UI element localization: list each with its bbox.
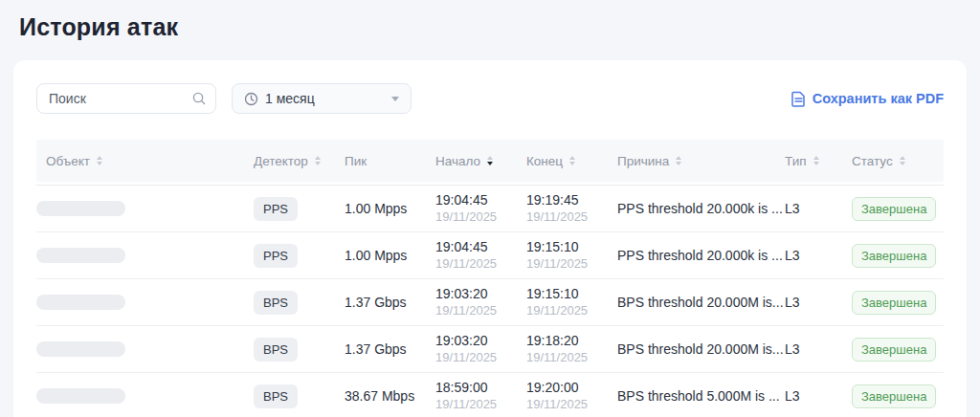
- detector-cell: PPS: [254, 244, 345, 268]
- start-cell: 19:03:20 19/11/2025: [435, 286, 526, 318]
- end-date: 19/11/2025: [526, 396, 617, 412]
- end-date: 19/11/2025: [526, 349, 617, 365]
- status-cell: Завершена: [852, 291, 944, 315]
- object-placeholder: [36, 201, 125, 216]
- toolbar: 1 месяц Сохранить как PDF: [36, 83, 944, 114]
- search-input[interactable]: [36, 83, 216, 114]
- page: История атак 1 меся: [0, 0, 980, 417]
- status-badge: Завершена: [852, 291, 936, 315]
- reason-text: BPS threshold 20.000M is...: [617, 341, 785, 357]
- column-header-peak: Пик: [345, 154, 435, 168]
- end-time: 19:15:10: [526, 239, 617, 255]
- table-row[interactable]: PPS 1.00 Mpps 19:04:45 19/11/2025 19:19:…: [36, 185, 944, 231]
- column-header-object[interactable]: Объект: [36, 154, 254, 168]
- object-placeholder: [36, 295, 125, 310]
- type-value: L3: [785, 248, 852, 263]
- end-time: 19:20:00: [526, 380, 617, 396]
- end-time: 19:18:20: [526, 333, 617, 349]
- object-cell: [36, 341, 254, 357]
- end-cell: 19:15:10 19/11/2025: [526, 239, 617, 272]
- start-time: 19:04:45: [435, 239, 526, 255]
- end-time: 19:15:10: [526, 286, 617, 302]
- start-date: 19/11/2025: [435, 255, 526, 272]
- sort-icon: [97, 156, 102, 165]
- status-badge: Завершена: [852, 197, 936, 221]
- column-header-label: Статус: [852, 154, 893, 168]
- detector-badge: PPS: [254, 197, 298, 221]
- reason-text: PPS threshold 20.000k is ...: [617, 201, 785, 216]
- start-date: 19/11/2025: [435, 302, 526, 318]
- reason-text: BPS threshold 5.000M is ...: [617, 388, 785, 404]
- column-header-label: Тип: [785, 154, 807, 168]
- reason-text: BPS threshold 20.000M is...: [617, 295, 785, 310]
- object-placeholder: [36, 341, 125, 357]
- start-date: 19/11/2025: [435, 208, 526, 225]
- detector-cell: BPS: [254, 338, 345, 362]
- period-select-value: 1 месяц: [265, 91, 315, 106]
- sort-icon: [676, 156, 681, 165]
- column-header-status[interactable]: Статус: [852, 154, 944, 168]
- end-date: 19/11/2025: [526, 255, 617, 272]
- peak-value: 38.67 Mbps: [345, 388, 435, 404]
- search-icon: [191, 91, 207, 106]
- peak-value: 1.37 Gbps: [345, 341, 435, 357]
- sort-icon: [900, 156, 905, 165]
- column-header-detector[interactable]: Детектор: [254, 154, 345, 168]
- status-cell: Завершена: [852, 338, 944, 362]
- start-time: 19:03:20: [435, 333, 526, 349]
- column-header-label: Детектор: [254, 154, 308, 168]
- object-cell: [36, 388, 254, 404]
- sort-icon: [813, 156, 819, 165]
- detector-cell: PPS: [254, 197, 345, 221]
- period-select[interactable]: 1 месяц: [232, 83, 412, 114]
- start-cell: 19:04:45 19/11/2025: [435, 192, 526, 225]
- peak-value: 1.37 Gbps: [345, 295, 435, 310]
- status-badge: Завершена: [852, 384, 936, 408]
- type-value: L3: [785, 295, 852, 310]
- detector-badge: BPS: [254, 384, 298, 408]
- end-cell: 19:20:00 19/11/2025: [526, 380, 617, 412]
- end-cell: 19:18:20 19/11/2025: [526, 333, 617, 365]
- status-cell: Завершена: [852, 384, 944, 408]
- chevron-down-icon: [391, 97, 399, 101]
- sort-icon: [315, 156, 321, 165]
- search-box: [36, 83, 216, 114]
- table-row[interactable]: PPS 1.00 Mpps 19:04:45 19/11/2025 19:15:…: [36, 231, 944, 278]
- table-row[interactable]: BPS 1.37 Gbps 19:03:20 19/11/2025 19:18:…: [36, 325, 944, 372]
- table-row[interactable]: BPS 38.67 Mbps 18:59:00 19/11/2025 19:20…: [36, 372, 944, 417]
- column-header-start[interactable]: Начало: [435, 154, 526, 168]
- detector-badge: BPS: [254, 338, 298, 362]
- attack-history-card: 1 месяц Сохранить как PDF Объект Дет: [13, 60, 967, 417]
- status-cell: Завершена: [852, 244, 944, 268]
- start-cell: 18:59:00 19/11/2025: [435, 380, 526, 412]
- column-header-end[interactable]: Конец: [526, 154, 617, 168]
- end-cell: 19:19:45 19/11/2025: [526, 192, 617, 225]
- type-value: L3: [785, 388, 852, 404]
- object-placeholder: [36, 248, 125, 263]
- start-cell: 19:04:45 19/11/2025: [435, 239, 526, 272]
- table-row[interactable]: BPS 1.37 Gbps 19:03:20 19/11/2025 19:15:…: [36, 278, 944, 325]
- save-pdf-button[interactable]: Сохранить как PDF: [791, 91, 944, 107]
- object-cell: [36, 295, 254, 310]
- column-header-reason[interactable]: Причина: [617, 154, 785, 168]
- end-time: 19:19:45: [526, 192, 617, 208]
- end-date: 19/11/2025: [526, 208, 617, 225]
- reason-text: PPS threshold 20.000k is ...: [617, 248, 785, 263]
- object-cell: [36, 201, 254, 216]
- peak-value: 1.00 Mpps: [345, 201, 435, 216]
- object-cell: [36, 248, 254, 263]
- detector-badge: PPS: [254, 244, 298, 268]
- start-time: 18:59:00: [435, 380, 526, 396]
- column-header-label: Конец: [526, 154, 563, 168]
- column-header-label: Объект: [46, 154, 90, 168]
- end-date: 19/11/2025: [526, 302, 617, 318]
- start-time: 19:04:45: [435, 192, 526, 208]
- start-date: 19/11/2025: [435, 349, 526, 365]
- type-value: L3: [785, 201, 852, 216]
- status-cell: Завершена: [852, 197, 944, 221]
- column-header-label: Причина: [617, 154, 669, 168]
- page-title: История атак: [19, 13, 967, 41]
- column-header-type[interactable]: Тип: [785, 154, 852, 168]
- start-date: 19/11/2025: [435, 396, 526, 412]
- column-header-label: Пик: [345, 154, 367, 168]
